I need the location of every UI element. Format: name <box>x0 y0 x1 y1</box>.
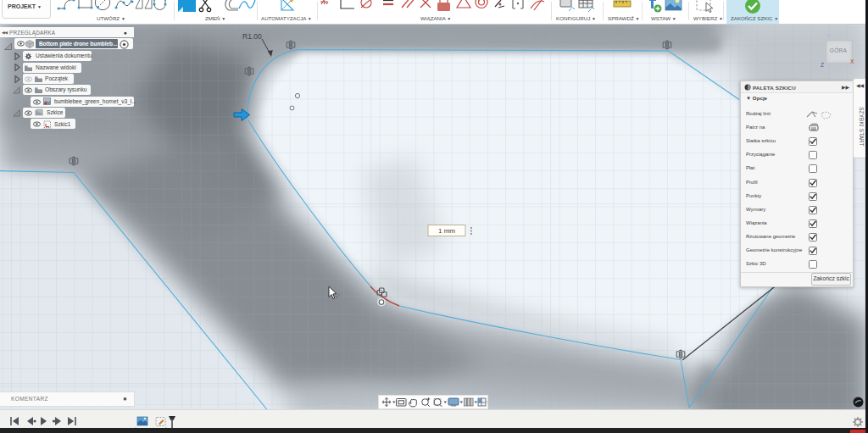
svg-text:1 mm: 1 mm <box>438 227 455 235</box>
svg-text:R1.00: R1.00 <box>242 32 262 41</box>
